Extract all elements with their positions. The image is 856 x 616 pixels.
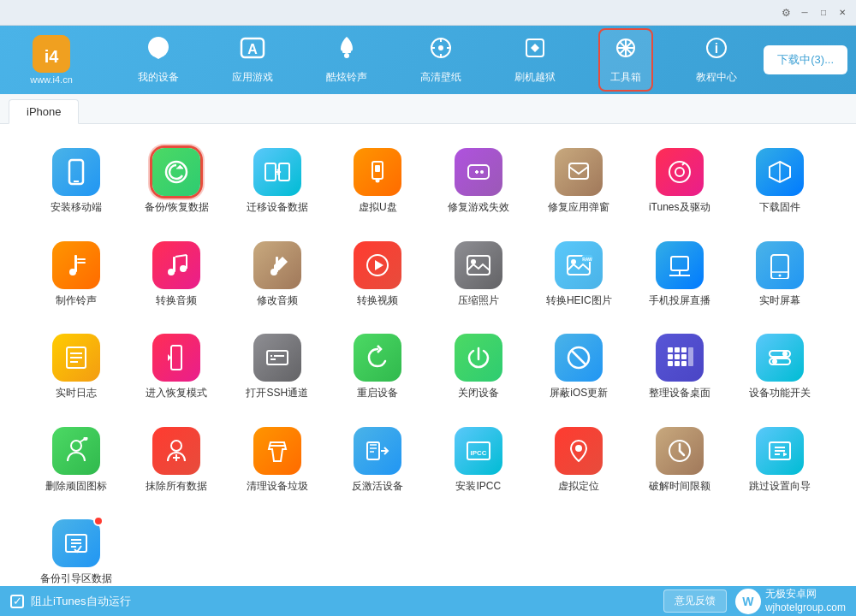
tool-item-download-firmware[interactable]: 下载固件 xyxy=(730,141,831,222)
tool-item-shutdown-device[interactable]: 关闭设备 xyxy=(428,327,529,407)
tool-item-backup-sector[interactable]: 备份引导区数据 xyxy=(26,512,127,586)
svg-rect-23 xyxy=(265,163,276,181)
title-bar-controls: ⚙ ─ □ ✕ xyxy=(779,6,849,20)
convert-audio-icon xyxy=(152,241,200,289)
itunes-checkbox[interactable]: ✓ xyxy=(10,595,24,608)
tool-item-convert-video[interactable]: 转换视频 xyxy=(328,234,429,315)
nav-my-device[interactable]: 我的设备 xyxy=(128,30,189,90)
erase-data-icon xyxy=(152,427,200,475)
migrate-data-icon xyxy=(253,148,301,196)
svg-point-35 xyxy=(675,168,684,176)
svg-rect-27 xyxy=(375,165,380,172)
compress-photo-icon xyxy=(455,241,502,289)
download-firmware-icon xyxy=(756,148,804,196)
tool-item-itunes-driver[interactable]: iTunes及驱动 xyxy=(629,141,730,222)
real-screen-icon xyxy=(756,241,804,289)
tool-item-erase-data[interactable]: 抹除所有数据 xyxy=(127,420,228,500)
tool-item-restart-device[interactable]: 重启设备 xyxy=(328,327,429,407)
svg-text:i4: i4 xyxy=(45,47,60,66)
tool-item-convert-heic[interactable]: RAW转换HEIC图片 xyxy=(529,234,630,315)
svg-rect-84 xyxy=(688,347,693,366)
tool-item-block-ios-update[interactable]: 屏蔽iOS更新 xyxy=(529,327,630,407)
remove-stubborn-icon xyxy=(52,427,100,475)
tool-item-convert-audio[interactable]: 转换音频 xyxy=(127,234,228,315)
clean-junk-label: 清理设备垃圾 xyxy=(247,480,308,494)
app-game-icon: A xyxy=(240,35,265,67)
download-button[interactable]: 下载中(3)... xyxy=(764,45,847,74)
tool-item-install-ipcc[interactable]: IPCC安装IPCC xyxy=(428,420,529,500)
svg-rect-67 xyxy=(171,346,181,370)
tools-grid: 安装移动端备份/恢复数据迁移设备数据虚拟U盘修复游戏失效修复应用弹窗iTunes… xyxy=(26,141,830,586)
shutdown-device-label: 关闭设备 xyxy=(458,387,499,400)
fix-alert-icon xyxy=(555,148,603,196)
edit-audio-label: 修改音频 xyxy=(257,294,298,308)
fix-game-label: 修复游戏失效 xyxy=(448,201,509,215)
itunes-label: 阻止iTunes自动运行 xyxy=(31,594,131,609)
feedback-button[interactable]: 意见反馈 xyxy=(663,589,727,613)
tool-item-virtual-location[interactable]: 虚拟定位 xyxy=(529,420,630,500)
svg-rect-76 xyxy=(675,347,680,352)
tool-item-fix-alert[interactable]: 修复应用弹窗 xyxy=(529,141,630,222)
tool-item-device-switch[interactable]: 设备功能开关 xyxy=(730,327,831,407)
tool-item-migrate-data[interactable]: 迁移设备数据 xyxy=(227,141,328,222)
tool-item-clean-junk[interactable]: 清理设备垃圾 xyxy=(227,420,328,500)
nav-toolbox[interactable]: 工具箱 xyxy=(598,28,653,92)
nav-wallpaper[interactable]: 高清壁纸 xyxy=(410,30,472,90)
nav-ringtone[interactable]: 酷炫铃声 xyxy=(316,30,377,90)
svg-rect-83 xyxy=(681,361,687,366)
app-game-label: 应用游戏 xyxy=(232,70,273,85)
nav-jailbreak[interactable]: 刷机越狱 xyxy=(504,30,566,90)
svg-point-62 xyxy=(779,274,782,276)
tool-item-open-ssh[interactable]: 打开SSH通道 xyxy=(227,327,328,407)
svg-point-43 xyxy=(180,265,187,272)
install-ipcc-label: 安装IPCC xyxy=(455,480,501,494)
tool-item-break-timelimit[interactable]: 破解时间限额 xyxy=(629,420,730,500)
tool-item-backup-restore[interactable]: 备份/恢复数据 xyxy=(127,141,228,222)
svg-rect-40 xyxy=(77,258,86,260)
settings-icon[interactable]: ⚙ xyxy=(779,6,793,20)
tab-iphone[interactable]: iPhone xyxy=(9,99,79,124)
svg-point-88 xyxy=(772,359,777,364)
close-button[interactable]: ✕ xyxy=(835,6,849,20)
header: i4 www.i4.cn 我的设备 A 应用游戏 xyxy=(0,26,856,94)
main-content: 安装移动端备份/恢复数据迁移设备数据虚拟U盘修复游戏失效修复应用弹窗iTunes… xyxy=(0,124,856,586)
tool-item-recovery-mode[interactable]: 进入恢复模式 xyxy=(127,327,228,407)
status-right: 意见反馈 W 无极安卓网wjhotelgroup.com xyxy=(663,588,846,614)
svg-point-32 xyxy=(480,170,484,174)
tool-item-virtual-udisk[interactable]: 虚拟U盘 xyxy=(328,141,429,222)
real-log-icon xyxy=(52,334,100,382)
tool-item-deactivate[interactable]: 反激活设备 xyxy=(328,420,429,500)
nav-tutorial[interactable]: i 教程中心 xyxy=(686,30,747,90)
nav-app-game[interactable]: A 应用游戏 xyxy=(222,30,283,90)
status-left: ✓ 阻止iTunes自动运行 xyxy=(10,594,131,609)
svg-rect-75 xyxy=(668,347,673,352)
tool-item-organize-desktop[interactable]: 整理设备桌面 xyxy=(629,327,730,407)
tool-item-make-ringtone[interactable]: 制作铃声 xyxy=(26,234,127,315)
backup-sector-label: 备份引导区数据 xyxy=(40,572,112,586)
tool-item-fix-game[interactable]: 修复游戏失效 xyxy=(428,141,529,222)
tutorial-icon: i xyxy=(704,35,729,67)
svg-rect-33 xyxy=(569,163,588,179)
tool-item-edit-audio[interactable]: 修改音频 xyxy=(227,234,328,315)
svg-point-5 xyxy=(344,53,349,58)
tool-item-screen-cast[interactable]: 手机投屏直播 xyxy=(629,234,730,315)
tool-item-skip-setup[interactable]: 跳过设置向导 xyxy=(730,420,831,500)
svg-rect-4 xyxy=(342,50,351,53)
jailbreak-label: 刷机越狱 xyxy=(514,70,556,85)
svg-rect-81 xyxy=(668,361,673,366)
svg-rect-39 xyxy=(74,255,77,272)
nav-items: 我的设备 A 应用游戏 酷炫铃声 xyxy=(111,28,764,92)
make-ringtone-label: 制作铃声 xyxy=(56,294,97,308)
toolbox-icon xyxy=(613,35,639,67)
svg-point-34 xyxy=(669,162,690,182)
svg-marker-50 xyxy=(375,260,383,270)
itunes-driver-label: iTunes及驱动 xyxy=(649,201,710,215)
tool-item-remove-stubborn[interactable]: 删除顽固图标 xyxy=(26,420,127,500)
minimize-button[interactable]: ─ xyxy=(798,6,811,20)
tool-item-real-log[interactable]: 实时日志 xyxy=(26,327,127,407)
maximize-button[interactable]: □ xyxy=(817,6,830,20)
tool-item-compress-photo[interactable]: 压缩照片 xyxy=(428,234,529,315)
tool-item-install-mobile[interactable]: 安装移动端 xyxy=(26,141,127,222)
title-bar: ⚙ ─ □ ✕ xyxy=(0,0,856,26)
tool-item-real-screen[interactable]: 实时屏幕 xyxy=(730,234,831,315)
